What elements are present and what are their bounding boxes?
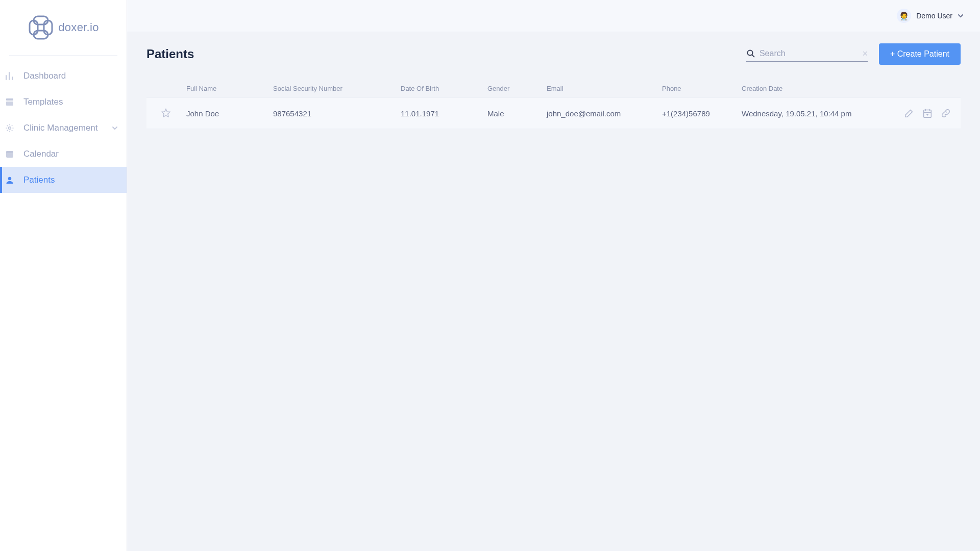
nav-label: Templates: [23, 97, 63, 107]
logo-mark-icon: [28, 14, 54, 41]
content: Patients × + Create Patient Full Name So…: [127, 32, 980, 551]
table-header: Full Name Social Security Number Date Of…: [146, 79, 961, 97]
sidebar-divider: [9, 55, 117, 56]
col-full-name[interactable]: Full Name: [185, 85, 272, 92]
col-ssn[interactable]: Social Security Number: [272, 85, 400, 92]
nav-label: Patients: [23, 175, 55, 185]
schedule-icon[interactable]: [922, 108, 933, 119]
cell-phone: +1(234)56789: [661, 109, 741, 118]
bar-chart-icon: [4, 71, 15, 81]
table-row[interactable]: John Doe 987654321 11.01.1971 Male john_…: [146, 97, 961, 129]
nav-label: Dashboard: [23, 71, 66, 81]
sidebar: doxer.io Dashboard Templates Clinic Mana…: [0, 0, 127, 551]
chevron-down-icon: [111, 124, 118, 132]
cell-ssn: 987654321: [272, 109, 400, 118]
sidebar-item-dashboard[interactable]: Dashboard: [0, 63, 127, 89]
col-dob[interactable]: Date Of Birth: [400, 85, 486, 92]
nav: Dashboard Templates Clinic Management Ca…: [0, 63, 127, 193]
svg-rect-11: [924, 110, 932, 118]
svg-point-10: [747, 50, 752, 55]
calendar-icon: [4, 149, 15, 159]
template-icon: [4, 97, 15, 107]
person-icon: [4, 176, 15, 185]
sidebar-item-calendar[interactable]: Calendar: [0, 141, 127, 167]
topbar: 🧑‍⚕️ Demo User: [127, 0, 980, 32]
search-input[interactable]: [760, 49, 862, 58]
svg-rect-5: [6, 102, 13, 106]
cell-creation-date: Wednesday, 19.05.21, 10:44 pm: [741, 109, 894, 118]
svg-rect-4: [6, 98, 13, 101]
avatar: 🧑‍⚕️: [897, 9, 911, 23]
link-icon[interactable]: [940, 108, 951, 119]
logo: doxer.io: [0, 0, 127, 55]
svg-rect-8: [6, 151, 13, 153]
user-name: Demo User: [916, 12, 952, 20]
nav-label: Clinic Management: [23, 123, 98, 133]
edit-icon[interactable]: [903, 108, 915, 119]
cell-gender: Male: [486, 109, 546, 118]
chevron-down-icon: [958, 13, 964, 19]
create-patient-button[interactable]: + Create Patient: [879, 43, 961, 65]
cell-full-name: John Doe: [185, 109, 272, 118]
close-icon[interactable]: ×: [862, 49, 868, 58]
svg-point-9: [8, 177, 11, 180]
sidebar-item-patients[interactable]: Patients: [0, 167, 127, 193]
nav-label: Calendar: [23, 149, 59, 159]
search-field[interactable]: ×: [746, 47, 868, 62]
page-title: Patients: [146, 47, 194, 61]
patients-table: Full Name Social Security Number Date Of…: [146, 79, 961, 129]
content-header: Patients × + Create Patient: [146, 43, 961, 65]
star-icon[interactable]: [160, 108, 172, 119]
col-phone[interactable]: Phone: [661, 85, 741, 92]
logo-text: doxer.io: [58, 21, 99, 34]
cell-email: john_doe@email.com: [546, 109, 661, 118]
sidebar-item-clinic-management[interactable]: Clinic Management: [0, 115, 127, 141]
col-gender[interactable]: Gender: [486, 85, 546, 92]
svg-point-6: [9, 127, 11, 129]
cell-dob: 11.01.1971: [400, 109, 486, 118]
user-menu[interactable]: 🧑‍⚕️ Demo User: [897, 9, 964, 23]
col-creation-date[interactable]: Creation Date: [741, 85, 894, 92]
main: 🧑‍⚕️ Demo User Patients × + Create Patie…: [127, 0, 980, 551]
gear-icon: [4, 123, 15, 133]
sidebar-item-templates[interactable]: Templates: [0, 89, 127, 115]
search-icon: [746, 49, 755, 58]
col-email[interactable]: Email: [546, 85, 661, 92]
